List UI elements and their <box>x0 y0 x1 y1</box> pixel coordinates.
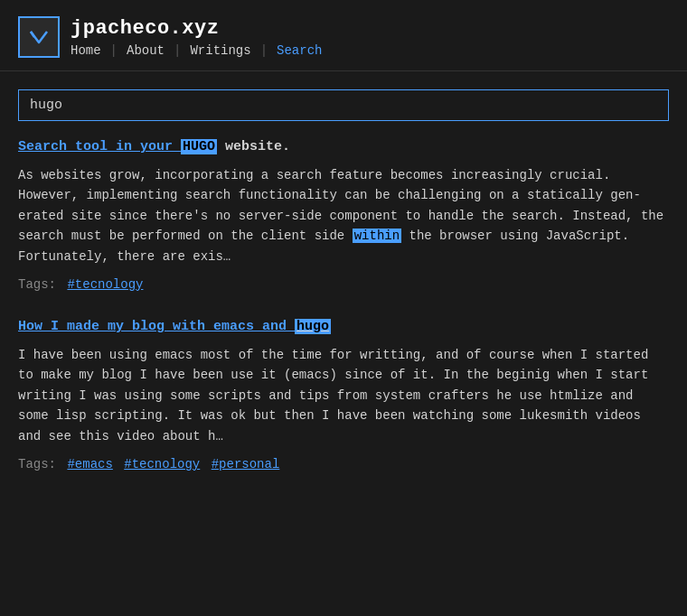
nav-sep-2: | <box>174 43 181 58</box>
tag-personal[interactable]: #personal <box>212 457 280 471</box>
nav-sep-3: | <box>260 43 268 58</box>
article-title-1[interactable]: Search tool in your HUGO website. <box>18 139 669 154</box>
nav-sep-1: | <box>110 43 118 58</box>
nav-home[interactable]: Home <box>71 43 110 58</box>
article-title-2[interactable]: How I made my blog with emacs and hugo <box>18 319 669 334</box>
site-title: jpacheco.xyz <box>71 17 331 40</box>
article-body-2: I have been using emacs most of the time… <box>18 345 669 446</box>
tags-label-1: Tags: <box>18 277 56 292</box>
article-entry-2: How I made my blog with emacs and hugo I… <box>18 319 669 471</box>
main-content: Search tool in your HUGO website. As web… <box>0 71 687 517</box>
logo-container: jpacheco.xyz Home | About | Writings | S… <box>18 16 331 58</box>
search-input[interactable] <box>18 89 669 121</box>
article-title-2-before: How I made my blog with emacs and <box>18 319 295 334</box>
article-body-1: As websites grow, incorporating a search… <box>18 165 669 266</box>
search-input-container <box>18 89 669 121</box>
within-highlight: within <box>353 229 401 243</box>
site-logo <box>18 16 60 58</box>
header-right: jpacheco.xyz Home | About | Writings | S… <box>71 17 331 58</box>
article-title-1-highlight: HUGO <box>181 139 217 154</box>
tags-label-2: Tags: <box>18 457 56 471</box>
tag-tecnology-1[interactable]: #tecnology <box>67 277 143 292</box>
tag-emacs[interactable]: #emacs <box>67 457 112 471</box>
article-title-2-highlight: hugo <box>295 319 331 334</box>
main-nav: Home | About | Writings | Search <box>71 43 331 58</box>
article-tags-1: Tags: #tecnology <box>18 277 669 292</box>
svg-line-0 <box>31 32 34 37</box>
article-title-1-before: Search tool in your <box>18 139 181 154</box>
nav-search[interactable]: Search <box>268 43 331 58</box>
article-tags-2: Tags: #emacs #tecnology #personal <box>18 457 669 471</box>
article-entry-1: Search tool in your HUGO website. As web… <box>18 139 669 292</box>
nav-about[interactable]: About <box>118 43 174 58</box>
tag-tecnology-2[interactable]: #tecnology <box>124 457 200 471</box>
nav-writings[interactable]: Writings <box>181 43 259 58</box>
article-title-1-after: website. <box>217 139 290 154</box>
